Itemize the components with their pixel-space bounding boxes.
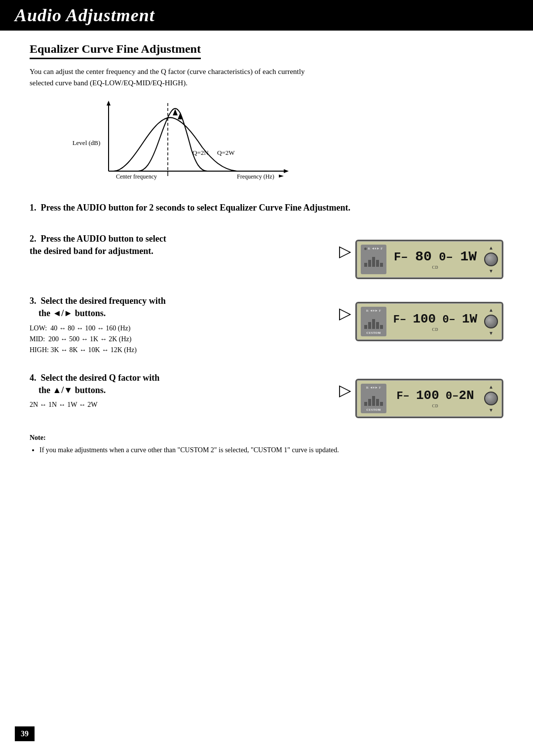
step-2-arrow: ▷	[339, 242, 351, 260]
step-2-right: ▷ R ◄♦► F	[339, 233, 503, 279]
step-2-text: 2. Press the AUDIO button to selectthe d…	[30, 233, 339, 260]
svg-text:Q=2N: Q=2N	[192, 149, 209, 156]
step-3-label: 3. Select the desired frequency with the…	[30, 295, 339, 320]
step-3-text: 3. Select the desired frequency with the…	[30, 295, 339, 356]
step-2-display-main: F– 80 0– 1W CD	[388, 249, 482, 270]
step-2-display-left: R ◄♦► F CUSTOM	[361, 245, 386, 274]
step-4-text: 4. Select the desired Q factor with the …	[30, 372, 339, 411]
step-3-custom-label: CUSTOM	[366, 331, 381, 334]
step-3-display-main: F– 100 0– 1W CD	[388, 312, 482, 332]
step-3-seg-text: F– 100 0– 1W	[393, 312, 477, 326]
step-4-custom-label: CUSTOM	[366, 408, 381, 411]
step-4-display-left: R ◄♦► F CUSTOM	[361, 384, 386, 413]
page-number: 39	[15, 726, 35, 741]
step-2-seg-text: F– 80 0– 1W	[394, 249, 477, 264]
note-section: Note: If you make adjustments when a cur…	[30, 434, 503, 455]
note-title: Note:	[30, 434, 503, 442]
step-2-cd-label: CD	[432, 265, 438, 270]
svg-text:Q=2W: Q=2W	[217, 149, 235, 156]
svg-marker-3	[284, 169, 289, 173]
step-2-label: 2. Press the AUDIO button to selectthe d…	[30, 233, 339, 257]
section-title: Equalizer Curve Fine Adjustment	[30, 42, 201, 59]
step-3-cd-label: CD	[432, 327, 438, 332]
step-4-knob	[484, 392, 498, 405]
svg-marker-6	[173, 109, 178, 115]
step-2-display: R ◄♦► F CUSTOM F– 80 0– 1W	[355, 240, 503, 279]
step-4-arrow: ▷	[339, 381, 351, 399]
svg-text:Frequency (Hz): Frequency (Hz)	[237, 173, 274, 180]
page-content: Equalizer Curve Fine Adjustment You can …	[0, 42, 533, 485]
note-item: If you make adjustments when a curve oth…	[39, 445, 503, 455]
svg-marker-13	[279, 175, 284, 178]
step-3-display: R ◄♦► F CUSTOM F– 100 0– 1W	[355, 302, 503, 341]
step-4: 4. Select the desired Q factor with the …	[30, 372, 503, 418]
svg-marker-1	[107, 101, 111, 106]
page-title: Audio Adjustment	[15, 5, 518, 26]
step-3-knob	[484, 315, 498, 328]
step-4-label: 4. Select the desired Q factor with the …	[30, 372, 339, 396]
step-4-seg-text: F– 100 0–2N	[396, 388, 474, 403]
svg-text:Center frequency: Center frequency	[116, 173, 157, 180]
eq-diagram: Level (dB) Q=2N Q=2W Center frequency Fr…	[59, 98, 296, 187]
step-1: 1. Press the AUDIO button for 2 seconds …	[30, 202, 503, 217]
step-3-right: ▷ R ◄♦► F CUS	[339, 295, 503, 341]
svg-text:Level (dB): Level (dB)	[73, 139, 101, 146]
step-4-cd-label: CD	[432, 404, 438, 408]
step-3-arrow: ▷	[339, 304, 351, 323]
step-2: 2. Press the AUDIO button to selectthe d…	[30, 233, 503, 279]
step-4-display-main: F– 100 0–2N CD	[388, 388, 482, 408]
step-3: 3. Select the desired frequency with the…	[30, 295, 503, 356]
step-3-details: LOW: 40 ↔ 80 ↔ 100 ↔ 160 (Hz) MID: 200 ↔…	[30, 323, 339, 356]
step-2-knob	[484, 252, 498, 266]
step-3-display-right: ▲ ▼	[484, 307, 498, 336]
page-header: Audio Adjustment	[0, 0, 533, 31]
note-list: If you make adjustments when a curve oth…	[30, 445, 503, 455]
step-2-display-right: ▲ ▼	[484, 245, 498, 274]
intro-text: You can adjust the center frequency and …	[30, 66, 316, 88]
step-4-display: R ◄♦► F CUSTOM F– 100 0–2N C	[355, 379, 503, 418]
step-4-details: 2N ↔ 1N ↔ 1W ↔ 2W	[30, 399, 339, 410]
step-1-label: 1. Press the AUDIO button for 2 seconds …	[30, 202, 503, 214]
step-4-right: ▷ R ◄♦► F CUS	[339, 372, 503, 418]
step-1-text: 1. Press the AUDIO button for 2 seconds …	[30, 202, 503, 217]
step-3-display-left: R ◄♦► F CUSTOM	[361, 307, 386, 336]
step-4-display-right: ▲ ▼	[484, 384, 498, 413]
